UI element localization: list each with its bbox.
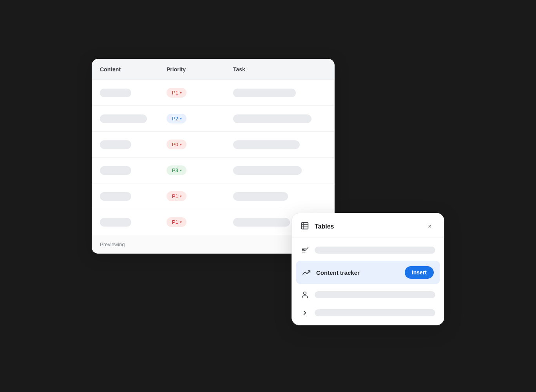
chevron-right-icon <box>301 309 309 317</box>
priority-badge-p1[interactable]: P1 ▾ <box>167 88 187 98</box>
popup-item-arrow[interactable] <box>292 304 444 322</box>
content-placeholder <box>100 218 131 227</box>
close-button[interactable]: × <box>424 221 435 232</box>
cell-content <box>92 214 159 230</box>
chevron-down-icon: ▾ <box>180 168 182 172</box>
popup-item-content-tracker[interactable]: Content tracker Insert <box>296 261 440 284</box>
arrow-placeholder <box>315 309 435 316</box>
col-header-priority: Priority <box>159 59 225 80</box>
popup-item-person[interactable] <box>292 286 444 304</box>
task-placeholder <box>233 140 300 149</box>
table-row: P1 ▾ <box>92 80 334 106</box>
cell-content <box>92 188 159 205</box>
cell-task <box>225 85 334 101</box>
cell-task <box>225 136 334 153</box>
cell-priority[interactable]: P1 ▾ <box>159 213 225 231</box>
content-placeholder <box>100 140 131 149</box>
content-tracker-label: Content tracker <box>316 269 400 276</box>
priority-badge-p2[interactable]: P2 ▾ <box>167 114 187 123</box>
task-placeholder <box>233 166 302 175</box>
svg-rect-0 <box>302 223 308 229</box>
checklist-text-area <box>315 247 435 254</box>
cell-task <box>225 188 334 205</box>
cell-priority[interactable]: P1 ▾ <box>159 187 225 205</box>
task-placeholder <box>233 218 290 227</box>
cell-content <box>92 162 159 179</box>
chevron-down-icon: ▾ <box>180 116 182 121</box>
cell-priority[interactable]: P1 ▾ <box>159 84 225 102</box>
arrow-text-area <box>315 309 435 316</box>
content-placeholder <box>100 166 131 175</box>
table-row: P2 ▾ <box>92 106 334 132</box>
content-placeholder <box>100 114 147 123</box>
chevron-down-icon: ▾ <box>180 194 182 198</box>
content-placeholder <box>100 192 131 201</box>
cell-content <box>92 111 159 127</box>
popup-header: Tables × <box>292 213 444 238</box>
popup-title-area: Tables <box>301 221 334 232</box>
table-row: P0 ▾ <box>92 132 334 158</box>
task-placeholder <box>233 114 311 123</box>
cell-priority[interactable]: P2 ▾ <box>159 110 225 127</box>
insert-button[interactable]: Insert <box>405 266 434 279</box>
cell-task <box>225 162 334 179</box>
popup-item-checklist[interactable] <box>292 241 444 259</box>
priority-badge-p0[interactable]: P0 ▾ <box>167 140 187 149</box>
cell-priority[interactable]: P0 ▾ <box>159 136 225 153</box>
svg-point-8 <box>304 292 306 295</box>
chevron-down-icon: ▾ <box>180 91 182 95</box>
cell-content <box>92 85 159 101</box>
content-placeholder <box>100 89 131 97</box>
chevron-down-icon: ▾ <box>180 220 182 224</box>
col-header-task: Task <box>225 59 334 80</box>
content-tracker-text-area: Content tracker Insert <box>316 266 434 279</box>
task-placeholder <box>233 89 296 97</box>
chevron-down-icon: ▾ <box>180 142 182 147</box>
popup-title: Tables <box>315 223 334 230</box>
person-text-area <box>315 291 435 298</box>
popup-panel: Tables × <box>292 213 444 325</box>
priority-badge-p3[interactable]: P3 ▾ <box>167 165 187 175</box>
popup-list: Content tracker Insert <box>292 238 444 325</box>
checklist-placeholder <box>315 247 435 254</box>
person-placeholder <box>315 291 435 298</box>
priority-badge-p1[interactable]: P1 ▾ <box>167 217 187 227</box>
table-body: P1 ▾ P2 ▾ <box>92 80 334 235</box>
trending-icon <box>302 268 311 277</box>
priority-badge-p1[interactable]: P1 ▾ <box>167 191 187 201</box>
checklist-icon <box>301 246 309 254</box>
table-row: P3 ▾ <box>92 158 334 183</box>
col-header-content: Content <box>92 59 159 80</box>
cell-content <box>92 136 159 153</box>
task-placeholder <box>233 192 288 201</box>
table-row: P1 ▾ <box>92 183 334 209</box>
person-icon <box>301 290 309 299</box>
table-header: Content Priority Task <box>92 59 334 80</box>
cell-priority[interactable]: P3 ▾ <box>159 162 225 179</box>
table-icon <box>301 221 311 232</box>
previewing-label: Previewing <box>100 241 125 247</box>
cell-task <box>225 111 334 127</box>
